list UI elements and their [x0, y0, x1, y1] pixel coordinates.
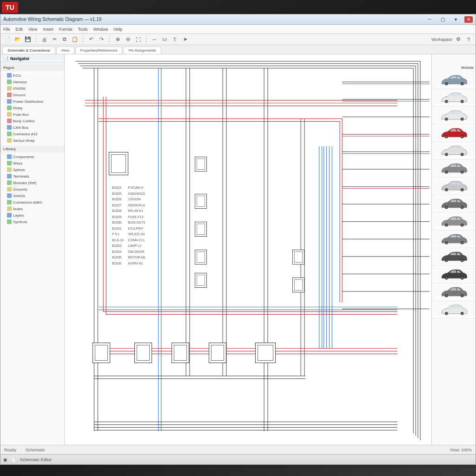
tree-item[interactable]: Relay — [0, 105, 64, 111]
menu-window[interactable]: Window — [93, 27, 108, 32]
tree-item[interactable]: Symbols — [0, 218, 64, 225]
tree-item[interactable]: Layers — [0, 212, 64, 218]
tree-item[interactable]: Wires — [0, 160, 64, 166]
copy-icon[interactable]: ⧉ — [60, 35, 69, 44]
tree-item[interactable]: Notes — [0, 205, 64, 212]
open-icon[interactable]: 📂 — [13, 35, 22, 44]
svg-point-13 — [446, 136, 447, 137]
component-bcm-5[interactable] — [255, 343, 276, 363]
tree-item[interactable]: Power Distribution — [0, 98, 64, 105]
car-icon — [437, 74, 470, 86]
sidebar-header: 📑 Navigator — [0, 54, 64, 63]
vehicle-item[interactable] — [432, 178, 476, 195]
toolbar: 📄 📂 💾 🖨 ✂ ⧉ 📋 ↶ ↷ ⊕ ⊖ ⛶ ─ ▭ T ➤ Workspac… — [0, 34, 476, 45]
menu-edit[interactable]: Edit — [16, 27, 23, 32]
help-icon[interactable]: ? — [464, 35, 473, 44]
taskbar-item[interactable]: Schematic Editor — [20, 457, 52, 462]
vehicle-item[interactable] — [432, 107, 476, 125]
menu-tools[interactable]: Tools — [78, 27, 87, 32]
paste-icon[interactable]: 📋 — [71, 35, 79, 44]
car-icon — [437, 110, 470, 122]
vehicle-item[interactable] — [432, 301, 476, 319]
svg-point-5 — [446, 100, 447, 102]
menu-insert[interactable]: Insert — [43, 27, 53, 32]
svg-point-9 — [446, 118, 447, 119]
component-module-4[interactable] — [195, 250, 207, 264]
tree-item[interactable]: Modules (Ref) — [0, 179, 64, 186]
menu-help[interactable]: Help — [113, 27, 122, 32]
settings-icon[interactable]: ⚙ — [454, 35, 463, 44]
text-icon[interactable]: T — [171, 35, 179, 44]
tree-item[interactable]: Harness — [0, 79, 64, 85]
vehicle-item[interactable] — [432, 72, 476, 89]
wire-icon[interactable]: ─ — [150, 35, 159, 44]
print-icon[interactable]: 🖨 — [40, 35, 48, 44]
zoom-in-icon[interactable]: ⊕ — [113, 35, 122, 44]
component-ecu[interactable] — [109, 152, 128, 175]
tab-pins[interactable]: Pin Assignments — [123, 46, 161, 54]
tree-item[interactable]: Shields — [0, 192, 64, 199]
tree-item[interactable]: Components — [0, 153, 64, 160]
close-icon[interactable]: ✕ — [464, 16, 473, 23]
component-bcm-2[interactable] — [134, 343, 152, 363]
vehicle-item[interactable] — [432, 213, 476, 231]
vehicle-item[interactable] — [432, 125, 476, 142]
component-icon[interactable]: ▭ — [160, 35, 169, 44]
tree-item[interactable]: Grounds — [0, 186, 64, 192]
minimize-icon[interactable]: ─ — [425, 16, 434, 23]
component-module-1[interactable] — [195, 157, 207, 172]
tab-schematic[interactable]: Schematic & Connections — [2, 46, 55, 54]
zoom-out-icon[interactable]: ⊖ — [124, 35, 132, 44]
tree-item[interactable]: Terminals — [0, 173, 64, 179]
tree-item[interactable]: CAN Bus — [0, 124, 64, 131]
vehicle-item[interactable] — [432, 195, 476, 213]
tree-label: Sensor Array — [13, 139, 34, 143]
vehicle-item[interactable] — [432, 231, 476, 248]
tab-view[interactable]: View — [56, 46, 74, 54]
vehicle-item[interactable] — [432, 89, 476, 107]
vehicle-item[interactable] — [432, 142, 476, 160]
tab-properties[interactable]: Properties/References — [75, 46, 123, 54]
component-module-5[interactable] — [195, 273, 207, 288]
menu-file[interactable]: File — [3, 27, 10, 32]
component-bcm-3[interactable] — [172, 343, 189, 363]
svg-point-55 — [462, 312, 463, 314]
vehicle-item[interactable] — [432, 284, 476, 301]
component-module-3[interactable] — [195, 222, 207, 237]
tree-item[interactable]: Body Control — [0, 118, 64, 124]
vehicle-item[interactable] — [432, 266, 476, 284]
component-relay-1[interactable] — [292, 250, 304, 264]
schematic-canvas[interactable]: B1024P1/CAN-HB1025GND/SHLDB102612V/IGNB1… — [65, 54, 431, 445]
tree-item[interactable]: Sensor Array — [0, 137, 64, 144]
save-icon[interactable]: 💾 — [24, 35, 32, 44]
cut-icon[interactable]: ✂ — [50, 35, 59, 44]
maximize-icon[interactable]: ▢ — [438, 16, 447, 23]
tree-item[interactable]: Splices — [0, 166, 64, 173]
menu-view[interactable]: View — [28, 27, 37, 32]
menu-format[interactable]: Format — [59, 27, 73, 32]
tree-item[interactable]: Connector A12 — [0, 131, 64, 137]
tree-item[interactable]: ECU — [0, 72, 64, 79]
tree-item[interactable]: Connectors A/B/C — [0, 199, 64, 205]
undo-icon[interactable]: ↶ — [87, 35, 95, 44]
taskbar-doc-icon[interactable]: 📄 — [11, 457, 16, 462]
vehicle-panel-header: Vehicle — [432, 64, 476, 72]
tree-item[interactable]: Ground — [0, 92, 64, 98]
dropdown-icon[interactable]: ▾ — [451, 16, 460, 23]
taskbar-app-icon[interactable]: ▣ — [3, 457, 7, 462]
sidebar-title: Navigator — [10, 56, 30, 61]
fit-icon[interactable]: ⛶ — [134, 35, 142, 44]
component-relay-2[interactable] — [292, 278, 304, 292]
tree-item[interactable]: Fuse Box — [0, 111, 64, 118]
tree-item[interactable]: IGNSW — [0, 85, 64, 92]
vehicle-item[interactable] — [432, 248, 476, 266]
component-module-2[interactable] — [195, 194, 207, 209]
vehicle-item[interactable] — [432, 160, 476, 178]
car-icon — [437, 163, 470, 175]
component-bcm-1[interactable] — [93, 343, 110, 363]
tree-label: Grounds — [13, 187, 27, 192]
arrow-icon[interactable]: ➤ — [181, 35, 189, 44]
component-bcm-4[interactable] — [209, 343, 226, 363]
new-icon[interactable]: 📄 — [3, 35, 12, 44]
redo-icon[interactable]: ↷ — [97, 35, 106, 44]
